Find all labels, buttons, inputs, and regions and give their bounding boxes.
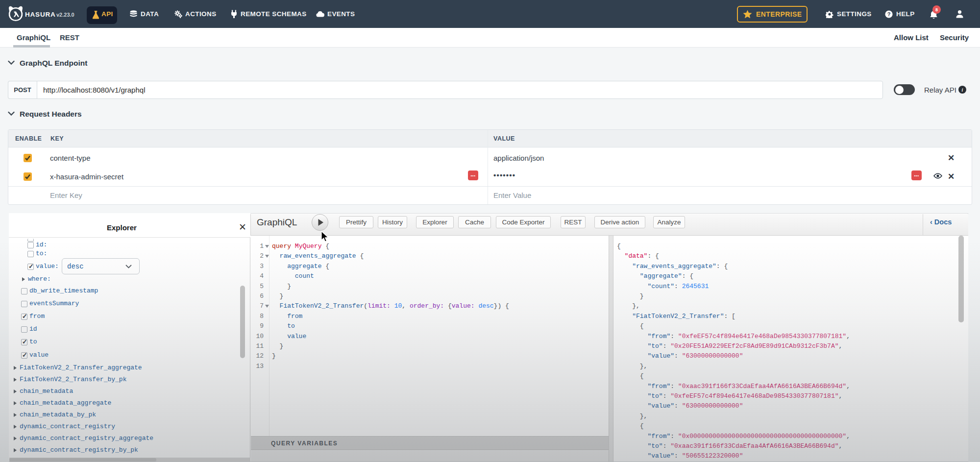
svg-text:?: ? bbox=[887, 11, 891, 17]
